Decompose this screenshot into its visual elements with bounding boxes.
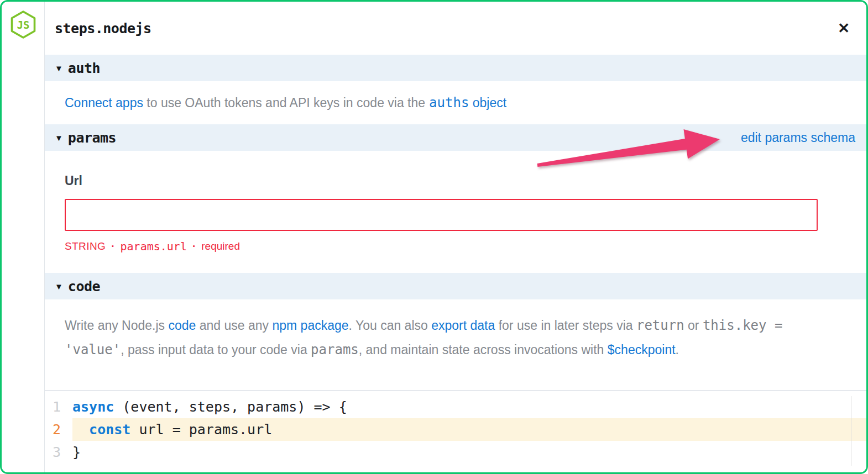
nodejs-logo-icon: JS xyxy=(9,10,38,39)
checkpoint-link[interactable]: $checkpoint xyxy=(608,343,676,357)
url-input[interactable] xyxy=(65,199,818,231)
code-keyword: async xyxy=(72,399,114,415)
step-editor-window: JS steps.nodejs ✕ ▼ auth Connect apps to… xyxy=(0,0,868,474)
code-description-text: , and maintain state across invocations … xyxy=(359,343,608,357)
step-title: steps.nodejs xyxy=(55,20,151,36)
code-description-text: for use in later steps via xyxy=(495,318,636,333)
code-description-text: and use any xyxy=(196,318,272,333)
section-label-code: code xyxy=(68,278,100,294)
auths-object-link[interactable]: auths object xyxy=(429,95,506,110)
code-editor[interactable]: 1 async (event, steps, params) => { 2 co… xyxy=(45,390,866,472)
code-description-text: Write any Node.js xyxy=(65,318,168,333)
field-required-flag: required xyxy=(201,240,240,252)
code-indent xyxy=(72,422,89,438)
field-path: params.url xyxy=(121,240,187,253)
chevron-down-icon: ▼ xyxy=(55,282,63,291)
chevron-down-icon: ▼ xyxy=(55,134,63,142)
window-header: steps.nodejs ✕ xyxy=(45,2,866,55)
code-line-content[interactable]: } xyxy=(72,441,866,464)
editor-scrollbar[interactable] xyxy=(851,396,851,466)
close-icon[interactable]: ✕ xyxy=(838,21,850,35)
section-label-params: params xyxy=(68,130,116,146)
meta-separator-dot: · xyxy=(111,240,114,252)
step-editor-main: steps.nodejs ✕ ▼ auth Connect apps to us… xyxy=(45,2,866,472)
step-icon-rail: JS xyxy=(2,2,45,472)
meta-separator-dot: · xyxy=(192,240,196,252)
auths-object-link-mono: auths xyxy=(429,95,469,110)
code-line-2-active[interactable]: 2 const url = params.url xyxy=(45,418,866,441)
code-description: Write any Node.js code and use any npm p… xyxy=(45,299,866,390)
code-text: (event, steps, params) => { xyxy=(114,399,347,415)
code-line-content[interactable]: const url = params.url xyxy=(72,418,866,441)
code-keyword: const xyxy=(89,422,130,438)
code-description-text: . You can also xyxy=(349,318,432,333)
export-data-link[interactable]: export data xyxy=(431,318,495,333)
url-field-label: Url xyxy=(65,173,866,188)
url-field-meta: STRING · params.url · required xyxy=(65,240,866,253)
field-type-badge: STRING xyxy=(65,240,106,252)
code-description-text: or xyxy=(684,318,703,333)
return-code-snippet: return xyxy=(636,318,684,333)
auths-object-link-rest: object xyxy=(469,96,506,110)
code-docs-link[interactable]: code xyxy=(168,318,196,333)
line-number: 1 xyxy=(45,396,72,418)
section-header-auth[interactable]: ▼ auth xyxy=(45,55,866,81)
npm-package-link[interactable]: npm package xyxy=(272,318,348,333)
params-link[interactable]: params xyxy=(311,342,359,357)
connect-apps-link[interactable]: Connect apps xyxy=(65,96,143,110)
code-line-1[interactable]: 1 async (event, steps, params) => { xyxy=(45,396,866,418)
code-line-content[interactable]: async (event, steps, params) => { xyxy=(72,396,866,418)
nodejs-logo-text: JS xyxy=(17,19,29,31)
params-form: Url STRING · params.url · required xyxy=(45,151,866,273)
line-number: 3 xyxy=(45,441,72,464)
code-description-text: . xyxy=(676,343,679,357)
section-header-code[interactable]: ▼ code xyxy=(45,273,866,299)
edit-params-schema-link[interactable]: edit params schema xyxy=(741,130,855,145)
line-number-active: 2 xyxy=(45,418,72,441)
code-text: } xyxy=(72,444,81,460)
chevron-down-icon: ▼ xyxy=(55,64,63,72)
code-text: url = params.url xyxy=(130,422,272,438)
section-header-params[interactable]: ▼ params edit params schema xyxy=(45,124,866,151)
code-description-text: , pass input data to your code via xyxy=(121,343,311,357)
section-label-auth: auth xyxy=(68,60,100,76)
code-line-3[interactable]: 3 } xyxy=(45,441,866,464)
auth-description: Connect apps to use OAuth tokens and API… xyxy=(45,81,866,124)
auth-description-text: to use OAuth tokens and API keys in code… xyxy=(143,96,425,110)
